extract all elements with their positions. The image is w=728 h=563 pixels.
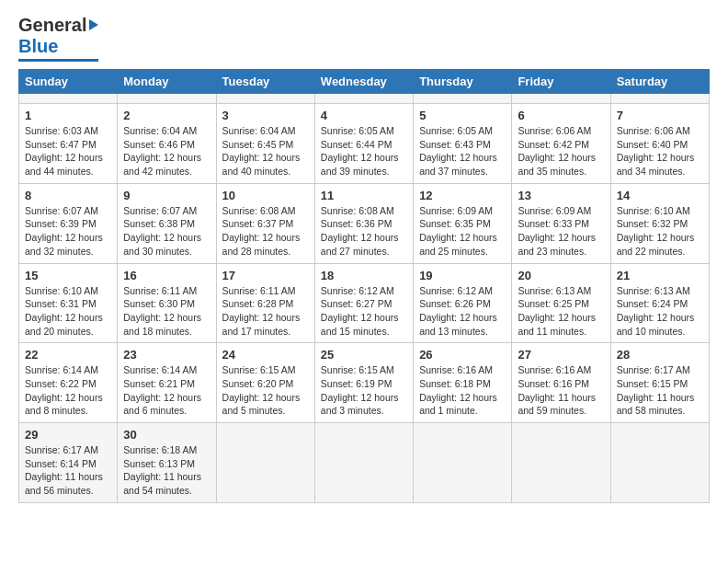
calendar-cell: 6 Sunrise: 6:06 AM Sunset: 6:42 PM Dayli… xyxy=(512,104,610,184)
calendar-cell: 21 Sunrise: 6:13 AM Sunset: 6:24 PM Dayl… xyxy=(610,263,709,343)
day-info: Sunrise: 6:14 AM Sunset: 6:21 PM Dayligh… xyxy=(123,363,210,418)
day-info: Sunrise: 6:13 AM Sunset: 6:24 PM Dayligh… xyxy=(617,284,703,339)
day-info: Sunrise: 6:04 AM Sunset: 6:46 PM Dayligh… xyxy=(123,124,210,178)
day-number: 6 xyxy=(518,109,604,122)
calendar-week-3: 15 Sunrise: 6:10 AM Sunset: 6:31 PM Dayl… xyxy=(19,263,710,343)
day-number: 23 xyxy=(123,348,210,362)
day-info: Sunrise: 6:12 AM Sunset: 6:26 PM Dayligh… xyxy=(419,284,506,339)
calendar-header-row: SundayMondayTuesdayWednesdayThursdayFrid… xyxy=(19,70,710,94)
day-info: Sunrise: 6:07 AM Sunset: 6:38 PM Dayligh… xyxy=(123,204,210,259)
calendar-week-2: 8 Sunrise: 6:07 AM Sunset: 6:39 PM Dayli… xyxy=(19,183,710,263)
calendar-week-4: 22 Sunrise: 6:14 AM Sunset: 6:22 PM Dayl… xyxy=(19,343,710,423)
day-info: Sunrise: 6:17 AM Sunset: 6:15 PM Dayligh… xyxy=(617,363,703,418)
calendar-cell: 25 Sunrise: 6:15 AM Sunset: 6:19 PM Dayl… xyxy=(314,343,413,423)
calendar-cell: 27 Sunrise: 6:16 AM Sunset: 6:16 PM Dayl… xyxy=(512,343,610,423)
day-info: Sunrise: 6:05 AM Sunset: 6:43 PM Dayligh… xyxy=(419,124,506,178)
calendar-cell: 29 Sunrise: 6:17 AM Sunset: 6:14 PM Dayl… xyxy=(19,423,118,503)
calendar-week-0 xyxy=(19,94,710,104)
calendar-cell xyxy=(314,423,413,503)
day-number: 22 xyxy=(25,348,111,362)
calendar-cell: 30 Sunrise: 6:18 AM Sunset: 6:13 PM Dayl… xyxy=(118,423,216,503)
day-number: 14 xyxy=(617,189,703,202)
day-number: 3 xyxy=(222,109,309,122)
day-info: Sunrise: 6:04 AM Sunset: 6:45 PM Dayligh… xyxy=(222,124,309,178)
day-number: 13 xyxy=(518,189,604,202)
day-info: Sunrise: 6:12 AM Sunset: 6:27 PM Dayligh… xyxy=(321,284,407,339)
day-number: 9 xyxy=(123,189,210,202)
calendar-cell xyxy=(414,423,512,503)
calendar-week-1: 1 Sunrise: 6:03 AM Sunset: 6:47 PM Dayli… xyxy=(19,104,710,184)
day-number: 27 xyxy=(518,348,604,362)
day-number: 12 xyxy=(419,189,506,202)
day-info: Sunrise: 6:14 AM Sunset: 6:22 PM Dayligh… xyxy=(25,363,111,418)
day-info: Sunrise: 6:16 AM Sunset: 6:16 PM Dayligh… xyxy=(518,363,604,418)
day-number: 26 xyxy=(419,348,506,362)
calendar-cell xyxy=(610,423,709,503)
day-header-tuesday: Tuesday xyxy=(216,70,314,94)
calendar-cell: 23 Sunrise: 6:14 AM Sunset: 6:21 PM Dayl… xyxy=(118,343,216,423)
calendar-cell xyxy=(512,423,610,503)
day-number: 21 xyxy=(617,269,703,282)
calendar-cell: 10 Sunrise: 6:08 AM Sunset: 6:37 PM Dayl… xyxy=(216,183,314,263)
calendar: SundayMondayTuesdayWednesdayThursdayFrid… xyxy=(18,69,710,503)
calendar-cell: 19 Sunrise: 6:12 AM Sunset: 6:26 PM Dayl… xyxy=(414,263,512,343)
day-number: 10 xyxy=(222,189,309,202)
header: General Blue xyxy=(18,15,710,62)
calendar-cell xyxy=(512,94,610,104)
day-number: 24 xyxy=(222,348,309,362)
day-info: Sunrise: 6:10 AM Sunset: 6:32 PM Dayligh… xyxy=(617,204,703,259)
day-number: 2 xyxy=(123,109,210,122)
day-info: Sunrise: 6:09 AM Sunset: 6:35 PM Dayligh… xyxy=(419,204,506,259)
day-header-wednesday: Wednesday xyxy=(314,70,413,94)
day-number: 29 xyxy=(25,428,111,442)
day-number: 11 xyxy=(321,189,407,202)
day-number: 15 xyxy=(25,269,111,282)
calendar-cell: 2 Sunrise: 6:04 AM Sunset: 6:46 PM Dayli… xyxy=(118,104,216,184)
calendar-cell: 17 Sunrise: 6:11 AM Sunset: 6:28 PM Dayl… xyxy=(216,263,314,343)
calendar-cell: 9 Sunrise: 6:07 AM Sunset: 6:38 PM Dayli… xyxy=(118,183,216,263)
calendar-cell: 22 Sunrise: 6:14 AM Sunset: 6:22 PM Dayl… xyxy=(19,343,118,423)
day-info: Sunrise: 6:07 AM Sunset: 6:39 PM Dayligh… xyxy=(25,204,111,259)
calendar-cell: 1 Sunrise: 6:03 AM Sunset: 6:47 PM Dayli… xyxy=(19,104,118,184)
calendar-cell: 14 Sunrise: 6:10 AM Sunset: 6:32 PM Dayl… xyxy=(610,183,709,263)
calendar-cell xyxy=(610,94,709,104)
day-info: Sunrise: 6:11 AM Sunset: 6:30 PM Dayligh… xyxy=(123,284,210,339)
calendar-cell: 24 Sunrise: 6:15 AM Sunset: 6:20 PM Dayl… xyxy=(216,343,314,423)
calendar-cell xyxy=(414,94,512,104)
day-info: Sunrise: 6:11 AM Sunset: 6:28 PM Dayligh… xyxy=(222,284,309,339)
calendar-cell: 28 Sunrise: 6:17 AM Sunset: 6:15 PM Dayl… xyxy=(610,343,709,423)
day-info: Sunrise: 6:15 AM Sunset: 6:20 PM Dayligh… xyxy=(222,363,309,418)
calendar-cell: 5 Sunrise: 6:05 AM Sunset: 6:43 PM Dayli… xyxy=(414,104,512,184)
day-number: 5 xyxy=(419,109,506,122)
day-number: 19 xyxy=(419,269,506,282)
logo-arrow-icon xyxy=(89,19,98,30)
calendar-week-5: 29 Sunrise: 6:17 AM Sunset: 6:14 PM Dayl… xyxy=(19,423,710,503)
day-number: 25 xyxy=(321,348,407,362)
day-header-sunday: Sunday xyxy=(19,70,118,94)
calendar-cell xyxy=(216,94,314,104)
day-number: 7 xyxy=(617,109,703,122)
logo-underline xyxy=(18,59,98,62)
calendar-cell xyxy=(19,94,118,104)
day-info: Sunrise: 6:08 AM Sunset: 6:37 PM Dayligh… xyxy=(222,204,309,259)
calendar-cell: 26 Sunrise: 6:16 AM Sunset: 6:18 PM Dayl… xyxy=(414,343,512,423)
calendar-cell: 15 Sunrise: 6:10 AM Sunset: 6:31 PM Dayl… xyxy=(19,263,118,343)
day-number: 18 xyxy=(321,269,407,282)
day-info: Sunrise: 6:16 AM Sunset: 6:18 PM Dayligh… xyxy=(419,363,506,418)
calendar-cell: 20 Sunrise: 6:13 AM Sunset: 6:25 PM Dayl… xyxy=(512,263,610,343)
day-number: 1 xyxy=(25,109,111,122)
day-number: 30 xyxy=(123,428,210,442)
day-info: Sunrise: 6:03 AM Sunset: 6:47 PM Dayligh… xyxy=(25,124,111,178)
day-info: Sunrise: 6:10 AM Sunset: 6:31 PM Dayligh… xyxy=(25,284,111,339)
calendar-cell: 11 Sunrise: 6:08 AM Sunset: 6:36 PM Dayl… xyxy=(314,183,413,263)
day-number: 17 xyxy=(222,269,309,282)
calendar-cell: 8 Sunrise: 6:07 AM Sunset: 6:39 PM Dayli… xyxy=(19,183,118,263)
calendar-cell: 12 Sunrise: 6:09 AM Sunset: 6:35 PM Dayl… xyxy=(414,183,512,263)
day-info: Sunrise: 6:09 AM Sunset: 6:33 PM Dayligh… xyxy=(518,204,604,259)
day-header-thursday: Thursday xyxy=(414,70,512,94)
day-info: Sunrise: 6:18 AM Sunset: 6:13 PM Dayligh… xyxy=(123,443,210,498)
calendar-cell: 16 Sunrise: 6:11 AM Sunset: 6:30 PM Dayl… xyxy=(118,263,216,343)
calendar-cell: 4 Sunrise: 6:05 AM Sunset: 6:44 PM Dayli… xyxy=(314,104,413,184)
calendar-cell xyxy=(216,423,314,503)
day-number: 20 xyxy=(518,269,604,282)
